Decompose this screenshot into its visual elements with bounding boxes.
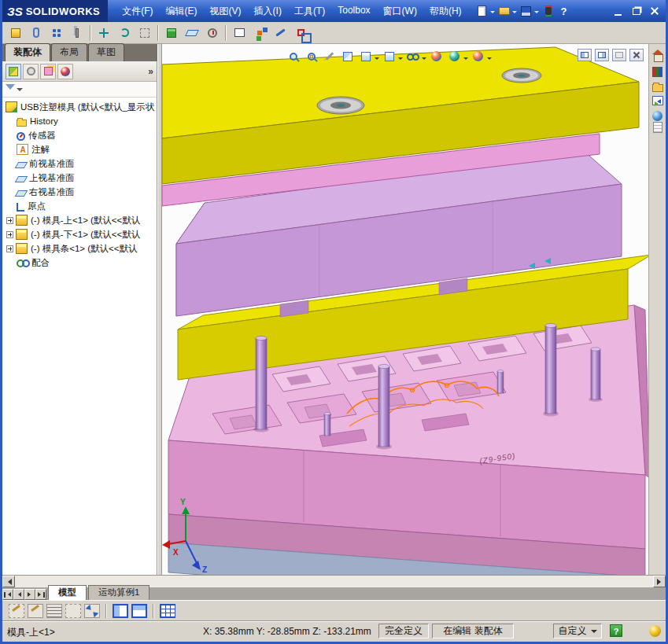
status-toolbar-preset[interactable]: 自定义 [553, 624, 602, 638]
reference-geometry-icon[interactable] [183, 24, 201, 42]
tree-item-mates[interactable]: 配合 [2, 256, 157, 270]
bill-of-materials-icon[interactable] [230, 24, 249, 42]
graphics-viewport[interactable]: (Z9-950) [162, 44, 648, 575]
open-dropdown-icon[interactable] [512, 11, 517, 16]
tree-item-assembly-root[interactable]: USB注塑模具 (默认<默认_显示状 [2, 100, 157, 114]
expand-plus-icon[interactable] [6, 245, 13, 252]
menu-help[interactable]: 帮助(H) [423, 3, 468, 20]
tree-item-mold-lower[interactable]: (-) 模具-下<1> (默认<<默认 [2, 227, 157, 241]
tab-motion-study-1[interactable]: 运动算例1 [88, 585, 149, 600]
3d-model[interactable]: (Z9-950) [162, 44, 648, 575]
zoom-to-area-icon[interactable] [303, 48, 319, 64]
save-icon[interactable] [519, 4, 533, 18]
view-settings-icon[interactable] [470, 48, 486, 64]
first-tab-button[interactable] [2, 589, 13, 600]
apply-scene-dropdown-icon[interactable] [463, 57, 468, 62]
solidworks-resources-icon[interactable] [649, 625, 661, 637]
blue-pane-vertical-icon[interactable] [113, 604, 128, 618]
sketch-edit-icon[interactable] [28, 604, 43, 618]
configuration-manager-tab-icon[interactable] [40, 64, 56, 79]
exploded-view-icon[interactable] [250, 24, 269, 42]
mate-icon[interactable] [27, 24, 46, 42]
tab-layout[interactable]: 布局 [51, 43, 87, 61]
tree-item-origin[interactable]: 原点 [2, 199, 157, 213]
menu-toolbox[interactable]: Toolbox [331, 3, 376, 20]
tree-item-history[interactable]: History [2, 114, 157, 128]
feature-manager-tab-icon[interactable] [6, 64, 21, 79]
menu-window[interactable]: 窗口(W) [377, 3, 423, 20]
interference-detection-icon[interactable] [291, 24, 310, 42]
insert-component-icon[interactable] [6, 24, 25, 42]
horizontal-lines-icon[interactable] [46, 604, 62, 618]
property-manager-tab-icon[interactable] [23, 64, 39, 79]
appearances-globe-icon[interactable] [652, 111, 662, 121]
menu-view[interactable]: 视图(V) [204, 3, 248, 20]
panel-overflow-chevron-icon[interactable] [148, 66, 153, 77]
split-pane-right-icon[interactable] [595, 49, 609, 61]
assembly-features-icon[interactable] [162, 24, 181, 42]
file-explorer-icon[interactable] [652, 84, 663, 92]
filter-dropdown-icon[interactable] [17, 88, 23, 94]
new-motion-study-icon[interactable] [203, 24, 222, 42]
view-orientation-icon[interactable] [357, 48, 374, 64]
move-component-icon[interactable] [94, 24, 113, 42]
tab-model[interactable]: 模型 [48, 585, 87, 600]
tree-item-mold-strip[interactable]: (-) 模具条<1> (默认<<默认 [2, 241, 157, 256]
tree-item-right-plane[interactable]: 右视基准面 [2, 185, 157, 199]
tree-item-mold-upper[interactable]: (-) 模具-上<1> (默认<<默认 [2, 213, 157, 227]
new-document-icon[interactable] [475, 4, 489, 18]
search-icon[interactable] [652, 96, 663, 105]
apply-scene-icon[interactable] [446, 48, 463, 64]
tab-assembly[interactable]: 装配体 [5, 43, 50, 61]
tree-item-top-plane[interactable]: 上视基准面 [2, 171, 157, 185]
table-grid-icon[interactable] [160, 604, 175, 618]
last-tab-button[interactable] [35, 589, 46, 600]
explode-line-sketch-icon[interactable] [271, 24, 290, 42]
custom-properties-icon[interactable] [653, 122, 662, 133]
help-icon[interactable]: ? [557, 4, 571, 18]
hide-show-dropdown-icon[interactable] [422, 57, 426, 62]
linear-component-pattern-icon[interactable] [47, 24, 66, 42]
tree-item-front-plane[interactable]: 前视基准面 [2, 156, 157, 171]
smart-fasteners-icon[interactable] [68, 24, 87, 42]
restore-button[interactable] [628, 4, 644, 18]
zoom-to-fit-icon[interactable] [285, 48, 301, 64]
tree-item-sensors[interactable]: 传感器 [2, 128, 157, 142]
appearance-manager-tab-icon[interactable] [57, 64, 73, 79]
stoplight-icon[interactable] [541, 4, 555, 18]
close-pane-icon[interactable] [629, 49, 644, 61]
expand-plus-icon[interactable] [6, 231, 13, 238]
previous-view-icon[interactable] [321, 48, 338, 64]
dashed-rectangle-pencil-icon[interactable] [9, 604, 24, 618]
menu-insert[interactable]: 插入(I) [248, 3, 288, 20]
scroll-left-button[interactable] [2, 576, 15, 587]
hide-show-items-icon[interactable] [404, 48, 421, 64]
resources-home-icon[interactable] [651, 50, 664, 61]
section-view-icon[interactable] [339, 48, 356, 64]
edit-appearance-icon[interactable] [428, 48, 445, 64]
tree-item-annotations[interactable]: 注解 [2, 142, 157, 156]
view-orientation-dropdown-icon[interactable] [375, 57, 379, 62]
quick-tips-icon[interactable] [610, 624, 622, 637]
filter-funnel-icon[interactable] [6, 84, 15, 94]
new-dropdown-icon[interactable] [490, 11, 495, 16]
open-document-icon[interactable] [497, 4, 511, 18]
design-library-icon[interactable] [652, 67, 662, 77]
blue-pane-horizontal-icon[interactable] [131, 604, 147, 618]
previous-tab-button[interactable] [13, 589, 24, 600]
display-style-icon[interactable] [381, 48, 397, 64]
display-style-dropdown-icon[interactable] [398, 57, 403, 62]
corner-arrows-icon[interactable] [84, 604, 100, 618]
single-pane-icon[interactable] [612, 49, 626, 61]
rotate-component-icon[interactable] [115, 24, 134, 42]
menu-edit[interactable]: 编辑(E) [160, 3, 204, 20]
scroll-right-button[interactable] [653, 576, 666, 587]
tab-sketch[interactable]: 草图 [88, 43, 124, 61]
menu-tools[interactable]: 工具(T) [288, 3, 331, 20]
menu-file[interactable]: 文件(F) [116, 3, 159, 20]
close-button[interactable] [646, 4, 662, 18]
next-tab-button[interactable] [24, 589, 35, 600]
show-hidden-components-icon[interactable] [135, 24, 154, 42]
view-settings-dropdown-icon[interactable] [487, 57, 492, 62]
save-dropdown-icon[interactable] [534, 11, 539, 16]
